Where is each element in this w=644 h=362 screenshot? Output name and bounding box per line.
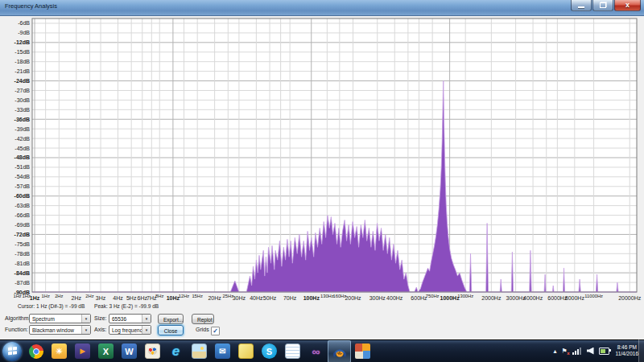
start-button[interactable] — [2, 342, 22, 361]
svg-text:-42dB: -42dB — [14, 136, 30, 142]
svg-text:15Hz: 15Hz — [192, 294, 203, 298]
size-label: Size: — [94, 314, 107, 323]
notepad-icon — [285, 343, 300, 359]
svg-text:4000Hz: 4000Hz — [523, 295, 543, 301]
svg-text:40Hz: 40Hz — [250, 295, 263, 301]
spectrum-chart[interactable]: -6dB-9dB-12dB-15dB-18dB-21dB-24dB-27dB-3… — [0, 16, 644, 303]
svg-text:20000Hz: 20000Hz — [618, 295, 642, 301]
chevron-down-icon: ▾ — [142, 315, 151, 323]
taskbar-item-paint[interactable] — [141, 340, 164, 362]
taskbar-item-word[interactable]: W — [118, 340, 141, 362]
svg-text:1Hz: 1Hz — [41, 294, 49, 298]
taskbar-item-visual-studio[interactable]: ∞ — [304, 340, 328, 362]
svg-text:-30dB: -30dB — [14, 97, 30, 103]
svg-text:4Hz: 4Hz — [113, 295, 123, 301]
taskbar-item-app[interactable] — [351, 340, 374, 362]
svg-text:1Hz: 1Hz — [13, 294, 21, 298]
window-title: Frequency Analysis — [5, 2, 57, 10]
svg-text:-27dB: -27dB — [14, 88, 30, 93]
close-icon: x — [615, 0, 640, 10]
svg-text:-87dB: -87dB — [14, 280, 30, 286]
show-desktop-button[interactable] — [638, 339, 644, 362]
function-select[interactable]: Blackman window ▾ — [29, 325, 91, 335]
play-icon: ▶ — [75, 343, 90, 359]
chevron-down-icon: ▾ — [81, 326, 90, 334]
close-window-button[interactable]: x — [614, 0, 641, 11]
ie-icon: e — [168, 343, 184, 359]
algorithm-select[interactable]: Spectrum ▾ — [29, 314, 91, 323]
export-button[interactable]: Export... — [158, 314, 184, 324]
svg-text:-12dB: -12dB — [14, 39, 30, 45]
svg-text:20Hz: 20Hz — [208, 295, 221, 301]
title-bar[interactable]: Frequency Analysis x — [0, 0, 644, 16]
axis-label: Axis: — [94, 325, 106, 335]
svg-text:1300Hz: 1300Hz — [457, 294, 473, 298]
svg-text:1Hz: 1Hz — [30, 295, 40, 301]
size-select[interactable]: 65536 ▾ — [109, 314, 151, 323]
taskbar-item-audacity-active[interactable] — [328, 340, 351, 362]
skype-icon: S — [262, 343, 277, 359]
svg-text:12Hz: 12Hz — [179, 294, 190, 298]
svg-text:-57dB: -57dB — [14, 183, 30, 189]
svg-text:-54dB: -54dB — [14, 174, 30, 179]
restore-button[interactable] — [592, 0, 613, 11]
axis-select[interactable]: Log frequency ▾ — [109, 325, 151, 335]
svg-text:-21dB: -21dB — [14, 68, 30, 74]
svg-text:11000Hz: 11000Hz — [584, 294, 603, 298]
battery-icon[interactable] — [599, 348, 609, 355]
svg-text:5Hz: 5Hz — [126, 295, 137, 301]
svg-text:2000Hz: 2000Hz — [481, 295, 502, 301]
grids-label: Grids — [196, 325, 209, 335]
taskbar-item-notepad[interactable] — [281, 340, 304, 362]
cursor-readout: Cursor: 1 Hz (D#-3) = -99 dB — [18, 303, 85, 309]
svg-text:-66dB: -66dB — [14, 212, 30, 218]
photos-icon — [192, 343, 207, 359]
paint-palette-icon — [145, 343, 160, 359]
word-icon: W — [122, 343, 137, 359]
size-value: 65536 — [112, 316, 126, 322]
action-center-flag-icon[interactable]: ⚑x — [561, 348, 567, 355]
svg-text:8000Hz: 8000Hz — [565, 295, 585, 301]
close-button[interactable]: Close — [158, 325, 184, 335]
svg-text:-15dB: -15dB — [14, 49, 30, 55]
hidden-icons-button[interactable]: ▴ — [553, 348, 556, 355]
svg-text:2Hz: 2Hz — [85, 294, 93, 298]
sticky-note-icon — [238, 343, 254, 359]
audacity-headphones-icon — [332, 343, 348, 360]
status-line: Cursor: 1 Hz (D#-3) = -99 dB Peak: 3 Hz … — [18, 303, 167, 309]
svg-text:-48dB: -48dB — [14, 154, 30, 160]
minimize-button[interactable] — [571, 0, 592, 11]
svg-text:-36dB: -36dB — [14, 117, 30, 122]
excel-icon: X — [98, 343, 114, 359]
svg-text:2Hz: 2Hz — [72, 295, 82, 301]
taskbar-item-internet-explorer[interactable]: e — [164, 340, 188, 362]
algorithm-value: Spectrum — [32, 316, 55, 322]
svg-text:400Hz: 400Hz — [386, 295, 403, 301]
chevron-down-icon: ▾ — [142, 326, 151, 334]
taskbar-item-weather[interactable]: ☀ — [47, 340, 71, 362]
network-signal-icon[interactable] — [572, 348, 582, 355]
svg-text:-9dB: -9dB — [18, 30, 30, 35]
taskbar-item-excel[interactable]: X — [94, 340, 118, 362]
svg-text:-81dB: -81dB — [14, 261, 30, 266]
taskbar-item-skype[interactable]: S — [258, 340, 281, 362]
svg-text:3Hz: 3Hz — [96, 295, 106, 301]
algorithm-label: Algorithm: — [5, 314, 31, 323]
grids-checkbox[interactable]: ✓ — [211, 327, 220, 335]
svg-text:-51dB: -51dB — [14, 164, 30, 170]
svg-text:-72dB: -72dB — [14, 232, 30, 237]
peak-readout: Peak: 3 Hz (E-2) = -99.9 dB — [94, 303, 159, 309]
taskbar-item-sticky-notes[interactable] — [234, 340, 258, 362]
taskbar-item-chrome[interactable] — [24, 340, 47, 362]
mail-icon: ✉ — [215, 343, 230, 359]
taskbar-item-media-player[interactable]: ▶ — [71, 340, 94, 362]
svg-text:-45dB: -45dB — [14, 146, 30, 151]
volume-icon[interactable] — [587, 348, 594, 355]
taskbar-clock[interactable]: 8:46 PM 11/4/2016 — [616, 344, 638, 358]
restore-icon — [600, 2, 606, 8]
taskbar-item-mail[interactable]: ✉ — [211, 340, 234, 362]
replot-button[interactable]: Replot — [192, 314, 214, 324]
taskbar-item-pictures[interactable] — [188, 340, 211, 362]
windows-flag-icon — [8, 347, 17, 356]
svg-text:-63dB: -63dB — [14, 203, 30, 208]
